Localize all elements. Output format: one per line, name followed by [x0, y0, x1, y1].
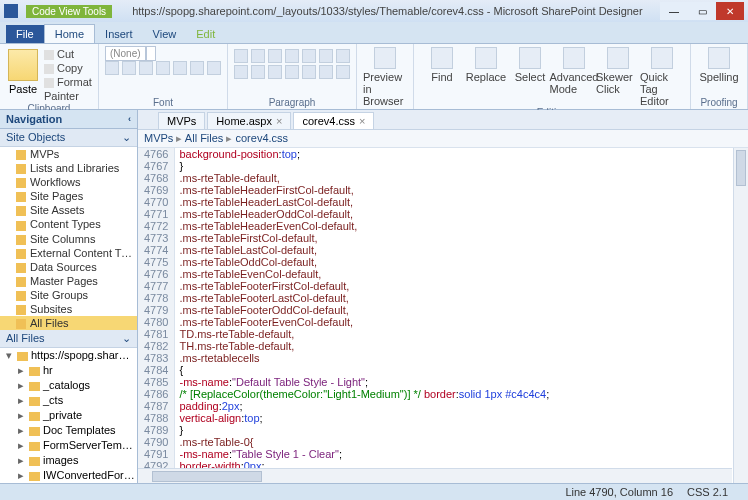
- sidebar-item-master-pages[interactable]: Master Pages: [0, 274, 137, 288]
- sidebar-item-mvps[interactable]: MVPs: [0, 147, 137, 161]
- sidebar-item-external-content-types[interactable]: External Content Types: [0, 246, 137, 260]
- font-name-combo[interactable]: (None): [105, 46, 146, 61]
- code-editor[interactable]: 4766background-position:top;4767}4768.ms…: [138, 148, 733, 483]
- format-painter-button[interactable]: Format Painter: [44, 75, 92, 103]
- lineheight-icon[interactable]: [302, 49, 316, 63]
- cut-button[interactable]: Cut: [44, 47, 92, 61]
- sidebar-item-data-sources[interactable]: Data Sources: [0, 260, 137, 274]
- doc-tab-corev4[interactable]: corev4.css×: [293, 112, 374, 129]
- code-line[interactable]: {: [175, 364, 553, 376]
- breadcrumb[interactable]: MVPsAll Filescorev4.css: [138, 130, 748, 148]
- advanced-mode-button[interactable]: Advanced Mode: [552, 47, 596, 107]
- bold-icon[interactable]: [105, 61, 119, 75]
- sidebar-item-site-assets[interactable]: Site Assets: [0, 203, 137, 217]
- nav-collapse-icon[interactable]: ‹: [128, 114, 131, 124]
- tab-home[interactable]: Home: [44, 24, 95, 43]
- skewer-click-button[interactable]: Skewer Click: [596, 47, 640, 107]
- tab-file[interactable]: File: [6, 25, 44, 43]
- file-tree-item[interactable]: ▸hr: [0, 363, 137, 378]
- close-icon[interactable]: ×: [359, 115, 365, 127]
- horizontal-scrollbar[interactable]: [138, 468, 732, 483]
- sidebar-item-all-files[interactable]: All Files: [0, 316, 137, 330]
- code-line[interactable]: /* [ReplaceColor(themeColor:"Light1-Medi…: [175, 388, 553, 400]
- font-color-icon[interactable]: [207, 61, 221, 75]
- justify-icon[interactable]: [285, 65, 299, 79]
- subscript-icon[interactable]: [173, 61, 187, 75]
- code-line[interactable]: .ms-rteTable-default,: [175, 172, 553, 184]
- replace-button[interactable]: Replace: [464, 47, 508, 107]
- sidebar-item-site-groups[interactable]: Site Groups: [0, 288, 137, 302]
- tree-root[interactable]: ▾https://spopg.sharepoint.c: [0, 348, 137, 363]
- file-tree-item[interactable]: ▸_private: [0, 408, 137, 423]
- code-line[interactable]: vertical-align:top;: [175, 412, 553, 424]
- code-line[interactable]: .ms-rteTableHeaderFirstCol-default,: [175, 184, 553, 196]
- close-icon[interactable]: ×: [276, 115, 282, 127]
- quick-tag-button[interactable]: Quick Tag Editor: [640, 47, 684, 107]
- code-line[interactable]: .ms-rteTableEvenCol-default,: [175, 268, 553, 280]
- copy-button[interactable]: Copy: [44, 61, 92, 75]
- sidebar-item-site-columns[interactable]: Site Columns: [0, 232, 137, 246]
- font-size-combo[interactable]: [146, 46, 156, 61]
- all-files-header[interactable]: All Files ⌄: [0, 330, 137, 348]
- code-line[interactable]: .ms-rtetablecells: [175, 352, 553, 364]
- code-line[interactable]: .ms-rteTableOddCol-default,: [175, 256, 553, 268]
- code-line[interactable]: TH.ms-rteTable-default,: [175, 340, 553, 352]
- code-line[interactable]: .ms-rteTableHeaderOddCol-default,: [175, 208, 553, 220]
- ltr-icon[interactable]: [302, 65, 316, 79]
- sidebar-item-subsites[interactable]: Subsites: [0, 302, 137, 316]
- tab-view[interactable]: View: [143, 25, 187, 43]
- code-line[interactable]: .ms-rteTableHeaderLastCol-default,: [175, 196, 553, 208]
- strike-icon[interactable]: [156, 61, 170, 75]
- file-tree-item[interactable]: ▸IWConvertedForms (C: [0, 468, 137, 483]
- breadcrumb-segment[interactable]: All Files: [185, 132, 236, 144]
- code-line[interactable]: -ms-name:"Table Style 1 - Clear";: [175, 448, 553, 460]
- code-line[interactable]: .ms-rteTableFooterEvenCol-default,: [175, 316, 553, 328]
- paste-button[interactable]: Paste: [6, 47, 40, 95]
- numbering-icon[interactable]: [251, 49, 265, 63]
- code-line[interactable]: }: [175, 160, 553, 172]
- code-line[interactable]: .ms-rteTableFooterLastCol-default,: [175, 292, 553, 304]
- close-button[interactable]: ✕: [716, 2, 744, 20]
- breadcrumb-segment[interactable]: corev4.css: [236, 132, 289, 144]
- underline-icon[interactable]: [139, 61, 153, 75]
- code-line[interactable]: padding:2px;: [175, 400, 553, 412]
- file-tree-item[interactable]: ▸Doc Templates: [0, 423, 137, 438]
- align-right-icon[interactable]: [268, 65, 282, 79]
- highlight-icon[interactable]: [190, 61, 204, 75]
- site-objects-header[interactable]: Site Objects ⌄: [0, 129, 137, 147]
- code-line[interactable]: }: [175, 424, 553, 436]
- sort-icon[interactable]: [336, 65, 350, 79]
- breadcrumb-segment[interactable]: MVPs: [144, 132, 185, 144]
- file-tree-item[interactable]: ▸FormServerTemplates: [0, 438, 137, 453]
- borders-icon[interactable]: [336, 49, 350, 63]
- file-tree-item[interactable]: ▸_catalogs: [0, 378, 137, 393]
- doc-tab-home[interactable]: Home.aspx×: [207, 112, 291, 129]
- code-line[interactable]: TD.ms-rteTable-default,: [175, 328, 553, 340]
- sidebar-item-lists-and-libraries[interactable]: Lists and Libraries: [0, 161, 137, 175]
- find-button[interactable]: Find: [420, 47, 464, 107]
- shading-icon[interactable]: [319, 49, 333, 63]
- sidebar-item-content-types[interactable]: Content Types: [0, 217, 137, 231]
- sidebar-item-workflows[interactable]: Workflows: [0, 175, 137, 189]
- code-line[interactable]: .ms-rteTableHeaderEvenCol-default,: [175, 220, 553, 232]
- code-line[interactable]: .ms-rteTableLastCol-default,: [175, 244, 553, 256]
- italic-icon[interactable]: [122, 61, 136, 75]
- rtl-icon[interactable]: [319, 65, 333, 79]
- vertical-scrollbar[interactable]: [733, 148, 748, 483]
- select-button[interactable]: Select: [508, 47, 552, 107]
- file-tree-item[interactable]: ▸_cts: [0, 393, 137, 408]
- code-line[interactable]: .ms-rteTableFirstCol-default,: [175, 232, 553, 244]
- file-tree-item[interactable]: ▸images: [0, 453, 137, 468]
- doc-tab-mvps[interactable]: MVPs: [158, 112, 205, 129]
- scroll-thumb[interactable]: [152, 471, 262, 482]
- maximize-button[interactable]: ▭: [688, 2, 716, 20]
- minimize-button[interactable]: —: [660, 2, 688, 20]
- sidebar-item-site-pages[interactable]: Site Pages: [0, 189, 137, 203]
- outdent-icon[interactable]: [268, 49, 282, 63]
- code-line[interactable]: -ms-name:"Default Table Style - Light";: [175, 376, 553, 388]
- align-left-icon[interactable]: [234, 65, 248, 79]
- code-line[interactable]: .ms-rteTableFooterOddCol-default,: [175, 304, 553, 316]
- align-center-icon[interactable]: [251, 65, 265, 79]
- tab-edit[interactable]: Edit: [186, 25, 225, 43]
- indent-icon[interactable]: [285, 49, 299, 63]
